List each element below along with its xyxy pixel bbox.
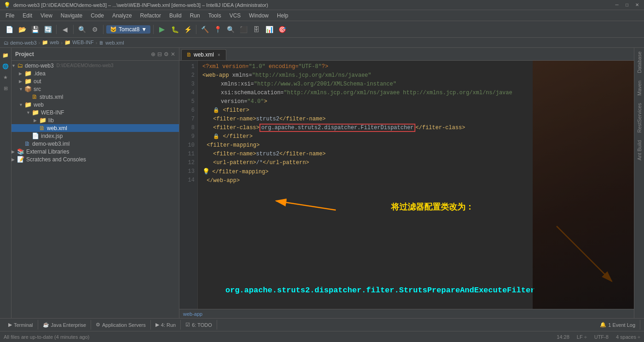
settings-button[interactable]: ⚙ <box>89 24 100 35</box>
footer-breadcrumb-webxml[interactable]: web-app <box>183 311 202 317</box>
coverage-button[interactable]: ⚡ <box>182 24 193 35</box>
back-button[interactable]: ◀ <box>59 24 70 35</box>
breadcrumb-web[interactable]: 📁 web <box>42 40 59 46</box>
extra-button[interactable]: 📊 <box>264 24 275 35</box>
new-file-button[interactable]: 📄 <box>4 24 15 35</box>
db-button[interactable]: 🗄 <box>251 24 262 35</box>
tree-item-out[interactable]: ▶ 📁 out <box>12 77 179 85</box>
menu-navigate[interactable]: Navigate <box>57 11 86 20</box>
menu-tools[interactable]: Tools <box>205 11 225 20</box>
status-encoding[interactable]: UTF-8 <box>594 334 609 340</box>
bottom-tab-terminal[interactable]: ▶ Terminal <box>4 320 38 330</box>
tree-item-webxml[interactable]: 🗎 web.xml <box>12 124 179 132</box>
project-settings-icon[interactable]: ⚙ <box>164 51 169 57</box>
menu-code[interactable]: Code <box>87 11 108 20</box>
tree-item-scratches[interactable]: ▶ 📝 Scratches and Consoles <box>12 155 179 163</box>
status-linesep[interactable]: LF ÷ <box>577 334 587 340</box>
tree-icon-webinf: 📁 <box>32 109 39 116</box>
todo-icon: ☑ <box>185 322 190 328</box>
menu-analyze[interactable]: Analyze <box>109 11 136 20</box>
left-favorites-icon[interactable]: ★ <box>1 73 10 82</box>
tree-arrow-scratches: ▶ <box>12 157 17 162</box>
java-enterprise-label: Java Enterprise <box>51 322 86 328</box>
menu-vcs[interactable]: VCS <box>226 11 245 20</box>
java-enterprise-icon: ☕ <box>43 322 49 328</box>
tree-item-webinf[interactable]: ▼ 📁 WEB-INF <box>12 108 179 116</box>
find-in-path-button[interactable]: 🔍 <box>225 24 236 35</box>
bottom-tab-eventlog[interactable]: 🔔 1 Event Log <box>595 320 640 330</box>
breadcrumb-webxml[interactable]: 🗎 web.xml <box>99 40 124 46</box>
sep4 <box>153 25 154 34</box>
debug-button[interactable]: 🐛 <box>169 24 180 35</box>
menu-edit[interactable]: Edit <box>19 11 36 20</box>
tree-item-lib[interactable]: ▶ 📁 lib <box>12 116 179 124</box>
tree-item-struts-xml[interactable]: 🗎 struts.xml <box>12 93 179 101</box>
project-scope-icon[interactable]: ⊕ <box>151 51 155 57</box>
terminal-label: Terminal <box>14 322 33 328</box>
code-line-9: 🔒 </filter> <box>202 132 634 141</box>
menu-run[interactable]: Run <box>186 11 204 20</box>
project-tree: ▼ 🗂 demo-web3 D:\IDEA\DEMO\demo-web3 ▶ 📁… <box>12 61 179 318</box>
extra2-button[interactable]: 🎯 <box>276 24 288 35</box>
search-everywhere-button[interactable]: 🔍 <box>76 24 87 35</box>
locate-button[interactable]: 📍 <box>212 24 223 35</box>
left-structure-icon[interactable]: ⊞ <box>1 84 10 93</box>
tree-item-root[interactable]: ▼ 🗂 demo-web3 D:\IDEA\DEMO\demo-web3 <box>12 62 179 69</box>
tab-close-button[interactable]: × <box>218 52 220 57</box>
left-project-icon[interactable]: 📁 <box>1 51 10 60</box>
tree-item-iml[interactable]: 🗎 demo-web3.iml <box>12 140 179 148</box>
tab-bar: 🗎 web.xml × <box>179 48 634 61</box>
sync-button[interactable]: 🔄 <box>42 24 53 35</box>
tree-arrow-idea: ▶ <box>19 71 24 76</box>
tree-label-extlibs: External Libraries <box>26 148 69 155</box>
hammer-button[interactable]: 🔨 <box>199 24 210 35</box>
breadcrumb-webinf[interactable]: 📁 WEB-INF <box>64 40 94 46</box>
save-button[interactable]: 💾 <box>29 24 40 35</box>
breadcrumb-sep1: › <box>39 40 40 46</box>
run-button[interactable]: ▶ <box>156 24 167 35</box>
project-collapse-icon[interactable]: ⊟ <box>157 51 162 57</box>
breadcrumb-demo[interactable]: 🗂 demo-web3 <box>4 40 37 46</box>
right-panel-ant[interactable]: Ant Build <box>636 137 643 164</box>
menu-bar: File Edit View Navigate Code Analyze Ref… <box>0 10 644 21</box>
tree-item-idea[interactable]: ▶ 📁 .idea <box>12 69 179 77</box>
minimize-button[interactable]: ─ <box>614 2 620 8</box>
editor-content[interactable]: 1 2 3 4 5 6 7 8 9 10 11 12 13 14 <box>179 61 634 309</box>
menu-file[interactable]: File <box>2 11 18 20</box>
sep1 <box>56 25 57 34</box>
tree-label-idea: .idea <box>34 70 46 77</box>
bottom-tab-todo[interactable]: ☑ 6: TODO <box>181 320 217 330</box>
tab-webxml[interactable]: 🗎 web.xml × <box>181 49 226 60</box>
bottom-tab-run[interactable]: ▶ 4: Run <box>151 320 181 330</box>
tree-item-indexjsp[interactable]: 📄 index.jsp <box>12 132 179 140</box>
code-line-5: version="4.0"> <box>202 97 634 106</box>
menu-build[interactable]: Build <box>166 11 185 20</box>
menu-window[interactable]: Window <box>245 11 272 20</box>
menu-view[interactable]: View <box>37 11 56 20</box>
code-line-14: </web-app> <box>202 177 634 185</box>
code-lines[interactable]: <?xml version="1.0" encoding="UTF-8"?> <… <box>198 61 634 309</box>
tree-item-src[interactable]: ▼ 📦 src <box>12 85 179 93</box>
code-line-10: <filter-mapping> <box>202 141 634 150</box>
tree-item-web[interactable]: ▼ 📁 web <box>12 101 179 108</box>
terminal-button[interactable]: ⬛ <box>238 24 249 35</box>
close-button[interactable]: ✕ <box>634 2 640 8</box>
tree-item-extlibs[interactable]: ▶ 📚 External Libraries <box>12 148 179 155</box>
right-panel-database[interactable]: Database <box>636 48 643 77</box>
right-panel-rest[interactable]: RestServices <box>636 99 643 137</box>
right-panels: Database Maven RestServices Ant Build <box>634 48 644 318</box>
menu-refactor[interactable]: Refactor <box>137 11 165 20</box>
right-panel-maven[interactable]: Maven <box>636 77 643 99</box>
run-config-dropdown[interactable]: 🐱 Tomcat8 ▼ <box>106 25 150 34</box>
bottom-tab-java-enterprise[interactable]: ☕ Java Enterprise <box>38 320 91 330</box>
tree-arrow-src: ▼ <box>19 87 24 91</box>
open-file-button[interactable]: 📂 <box>17 24 28 35</box>
menu-help[interactable]: Help <box>273 11 292 20</box>
restore-button[interactable]: □ <box>624 2 630 8</box>
status-indent[interactable]: 4 spaces ÷ <box>616 334 640 340</box>
left-web-icon[interactable]: 🌐 <box>1 62 10 71</box>
status-position[interactable]: 14:28 <box>557 334 569 340</box>
project-close-icon[interactable]: ✕ <box>171 51 175 57</box>
code-line-12: <url-pattern>/*</url-pattern> <box>202 159 634 167</box>
bottom-tab-app-servers[interactable]: ⚙ Application Servers <box>91 320 151 330</box>
